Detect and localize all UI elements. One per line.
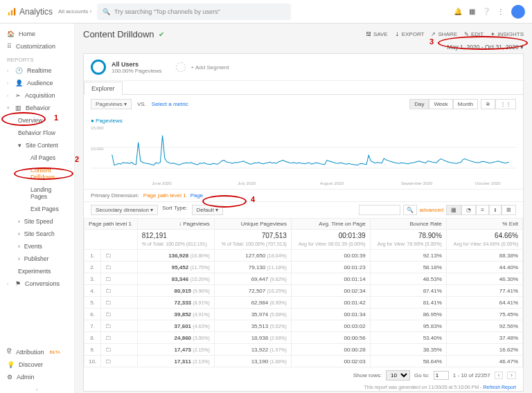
nav-site-search[interactable]: › Site Search (0, 228, 74, 240)
avatar[interactable] (511, 5, 525, 19)
segment-circle-icon (91, 60, 106, 75)
nav-publisher[interactable]: › Publisher (0, 253, 74, 265)
col-unique-pv[interactable]: Unique Pageviews (214, 219, 291, 230)
timeseries-chart: 15,000 10,000 June 2020 July 2020 August… (91, 124, 516, 186)
nav-experiments[interactable]: Experiments (0, 265, 74, 277)
rows-select[interactable]: 10 (386, 370, 410, 381)
more-icon[interactable]: ⋮ (497, 8, 504, 15)
nav-content-drilldown[interactable]: Content Drilldown (0, 164, 74, 183)
dim-page-path[interactable]: Page path level 1 (143, 192, 186, 199)
view-comparison-icon[interactable]: ⫾ (489, 205, 502, 215)
nav-all-pages[interactable]: All Pages (0, 152, 74, 164)
tab-explorer[interactable]: Explorer (84, 82, 123, 95)
granularity-day[interactable]: Day (409, 99, 429, 109)
reports-label: Reports (0, 53, 74, 64)
goto-input[interactable] (434, 371, 449, 380)
nav-site-content[interactable]: ▾ Site Content (0, 139, 74, 152)
apps-icon[interactable]: ▦ (469, 8, 475, 15)
nav-behavior[interactable]: ▾▥ Behavior (0, 102, 74, 114)
refresh-report[interactable]: Refresh Report (484, 385, 516, 390)
secondary-dimension[interactable]: Secondary dimension ▾ (91, 205, 158, 215)
nav-overview[interactable]: Overview (0, 114, 74, 127)
view-performance-icon[interactable]: ≡ (476, 205, 489, 215)
date-range-picker[interactable]: May 1, 2020 - Oct 31, 2020 ▾ (83, 44, 524, 51)
sort-type[interactable]: Default ▾ (192, 205, 224, 215)
prev-page[interactable]: ‹ (495, 372, 504, 379)
nav-audience[interactable]: ›👤 Audience (0, 77, 74, 89)
table-row[interactable]: 5.🗀 72,333 (8.91%) 62,984 (8.90%) 00:01:… (85, 297, 523, 309)
save-button[interactable]: 🖫 SAVE (366, 31, 388, 37)
col-exit[interactable]: % Exit (446, 219, 522, 230)
svg-rect-1 (11, 10, 12, 15)
nav-home[interactable]: 🏠 Home (0, 28, 74, 40)
next-page[interactable]: › (507, 372, 516, 379)
granularity-week[interactable]: Week (429, 99, 452, 109)
nav-events[interactable]: › Events (0, 240, 74, 253)
saved-icon: ✔ (159, 30, 164, 38)
chart-type-motion[interactable]: ⋮⋮ (495, 99, 516, 109)
nav-site-speed[interactable]: › Site Speed (0, 215, 74, 228)
granularity-buttons: Day Week Month (409, 99, 478, 109)
col-pageviews[interactable]: ↓ Pageviews (137, 219, 214, 230)
table-row[interactable]: 2.🗀 95,452 (11.75%) 79,130 (11.18%) 00:0… (85, 262, 523, 273)
svg-text:15,000: 15,000 (91, 126, 104, 130)
table-row[interactable]: 6.🗀 39,852 (4.91%) 35,974 (5.08%) 00:01:… (85, 309, 523, 320)
metric-select[interactable]: Pageviews ▾ (91, 99, 132, 109)
advanced-link[interactable]: advanced (420, 207, 444, 213)
nav-landing-pages[interactable]: Landing Pages (0, 183, 74, 203)
insights-button[interactable]: ✦ INSIGHTS (490, 31, 524, 37)
chart-type-toggle[interactable]: ≋ (481, 99, 495, 109)
table-row[interactable]: 8.🗀 24,860 (3.06%) 18,938 (2.68%) 00:00:… (85, 332, 523, 344)
share-button[interactable]: ↗ SHARE (431, 31, 457, 37)
analytics-icon (7, 7, 17, 17)
table-row[interactable]: 9.🗀 17,473 (2.15%) 13,922 (1.97%) 00:00:… (85, 344, 523, 356)
search-icon: 🔍 (103, 8, 110, 15)
account-picker[interactable]: All accounts › (58, 9, 91, 15)
svg-text:September 2020: September 2020 (401, 181, 433, 185)
help-icon[interactable]: ❔ (482, 8, 490, 15)
nav-behavior-flow[interactable]: Behavior Flow (0, 127, 74, 139)
search-go-button[interactable]: 🔍 (403, 205, 417, 215)
table-row[interactable]: 7.🗀 37,601 (4.63%) 35,513 (5.02%) 00:03:… (85, 320, 523, 332)
svg-text:August 2020: August 2020 (320, 181, 344, 185)
segment-all-users[interactable]: All Users100.00% Pageviews (91, 60, 162, 75)
nav-exit-pages[interactable]: Exit Pages (0, 203, 74, 215)
nav-acquisition[interactable]: ›➣ Acquisition (0, 89, 74, 102)
page-range: 1 - 10 of 22357 (453, 372, 490, 378)
nav-admin[interactable]: ⚙ Admin (0, 371, 74, 383)
view-table-icon[interactable]: ▦ (446, 205, 461, 215)
add-circle-icon (176, 62, 186, 72)
export-button[interactable]: ⤓ EXPORT (395, 31, 425, 37)
svg-text:July 2020: July 2020 (238, 181, 256, 185)
nav-discover[interactable]: 💡 Discover (0, 358, 74, 371)
page-title: Content Drilldown ✔ (83, 29, 164, 39)
view-pivot-icon[interactable]: ⊞ (502, 205, 516, 215)
data-table: Page path level 1 ↓ Pageviews Unique Pag… (84, 218, 523, 367)
svg-text:October 2020: October 2020 (475, 181, 501, 185)
select-metric[interactable]: Select a metric (152, 101, 188, 107)
table-row[interactable]: 4.🗀 80,915 (9.96%) 72,507 (10.25%) 00:02… (85, 285, 523, 297)
brand-text: Analytics (19, 7, 53, 17)
col-avg-time[interactable]: Avg. Time on Page (291, 219, 370, 230)
col-bounce[interactable]: Bounce Rate (370, 219, 446, 230)
nav-customization[interactable]: ⠿ Customization (0, 40, 74, 53)
collapse-sidebar[interactable]: ‹ (0, 383, 74, 393)
search-input[interactable]: 🔍 Try searching "Top channels by users" (97, 3, 291, 20)
table-row[interactable]: 3.🗀 83,346 (10.26%) 69,447 (9.82%) 00:01… (85, 273, 523, 285)
edit-button[interactable]: ✎ EDIT (464, 31, 484, 37)
add-segment-button[interactable]: + Add Segment (176, 62, 229, 72)
granularity-month[interactable]: Month (453, 99, 478, 109)
svg-text:June 2020: June 2020 (152, 181, 172, 185)
view-percent-icon[interactable]: ◔ (461, 205, 476, 215)
table-row[interactable]: 1.🗀 136,928 (16.86%) 127,650 (18.04%) 00… (85, 250, 523, 262)
nav-attribution[interactable]: ੳ AttributionBETA (0, 345, 74, 358)
bell-icon[interactable]: 🔔 (454, 8, 462, 15)
analytics-logo[interactable]: Analytics (7, 7, 53, 17)
table-row[interactable]: 10.🗀 17,311 (2.13%) 13,190 (1.86%) 00:02… (85, 356, 523, 367)
nav-realtime[interactable]: ›🕐 Realtime (0, 64, 74, 77)
nav-conversions[interactable]: ›⚑ Conversions (0, 277, 74, 290)
chart-metric-label: ● Pageviews (91, 118, 516, 124)
table-search-input[interactable] (359, 205, 400, 215)
dim-page[interactable]: Page (190, 192, 204, 199)
svg-rect-2 (14, 8, 15, 15)
